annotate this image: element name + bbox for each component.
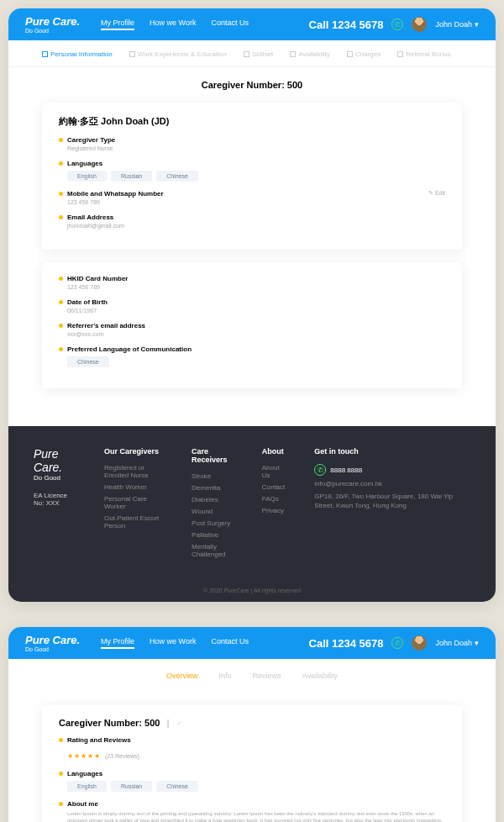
header-left: Pure Care. Do Good My Profile How we Wor…: [25, 15, 249, 34]
nav-contact-us[interactable]: Contact Us: [211, 18, 249, 30]
field-label-text: About me: [67, 800, 98, 808]
tab-availability[interactable]: Availability: [290, 50, 330, 58]
footer-link[interactable]: Diabetes: [192, 496, 233, 503]
nav-my-profile[interactable]: My Profile: [101, 18, 134, 30]
footer-link[interactable]: Privacy: [262, 507, 286, 514]
main-nav: My Profile How we Work Contact Us: [101, 18, 249, 30]
star-rating: ★★★★★: [67, 752, 101, 760]
nav-how-we-work[interactable]: How we Work: [150, 637, 196, 649]
separator: |: [166, 718, 169, 728]
field-hkid: HKID Card Number 123 456 789: [59, 275, 445, 290]
tab-icon: [290, 51, 296, 57]
brand-name: Pure Care.: [34, 447, 75, 474]
user-menu[interactable]: John Doah▾: [435, 639, 479, 647]
avatar[interactable]: [412, 17, 427, 32]
bullet-icon: [59, 772, 63, 776]
footer-link[interactable]: Out-Patient Escort Person: [104, 514, 162, 530]
caregiver-number: Caregiver Number: 500: [59, 718, 160, 728]
field-value-text: jhondoah@gmail.com: [67, 223, 445, 229]
footer-about: About About Us Contact FAQs Privacy: [262, 447, 286, 562]
tab-icon: [397, 51, 403, 57]
nav-how-we-work[interactable]: How we Work: [150, 18, 196, 30]
bullet-icon: [59, 347, 63, 351]
license-text: EA Licence No: XXX: [34, 492, 75, 507]
call-number[interactable]: Call 1234 5678: [309, 637, 384, 650]
header: Pure Care. Do Good My Profile How we Wor…: [8, 8, 496, 40]
tab-icon: [42, 51, 48, 57]
language-chips: English Russian Chinese: [67, 781, 445, 792]
caregiver-header: Caregiver Number: 500 | ♂: [59, 718, 445, 728]
nav-contact-us[interactable]: Contact Us: [211, 637, 249, 649]
chip-pref-chinese[interactable]: Chinese: [67, 356, 109, 367]
copyright: © 2020 PureCare | All rights reserved: [34, 579, 470, 593]
brand-name: Pure Care.: [25, 15, 80, 28]
footer-link[interactable]: Health Worker: [104, 483, 162, 491]
tab-personal-info[interactable]: Personal Information: [42, 50, 113, 58]
header: Pure Care. Do Good My Profile How we Wor…: [8, 627, 496, 659]
chip-chinese[interactable]: Chinese: [156, 171, 198, 182]
footer-heading: About: [262, 447, 286, 456]
about-text: Lorem Ipsum is simply dummy text of the …: [67, 810, 445, 822]
field-mobile: Mobile and Whatsapp Number 123 456 789 ✎…: [59, 190, 445, 205]
chip-russian[interactable]: Russian: [111, 781, 152, 792]
footer-link[interactable]: Post Surgery: [192, 519, 233, 527]
footer: Pure Care.Do Good EA Licence No: XXX Our…: [8, 426, 496, 602]
tab-work-experience[interactable]: Work Experience & Education: [129, 50, 227, 58]
tab-reviews[interactable]: Reviews: [253, 672, 281, 680]
tab-skillset[interactable]: Skillset: [244, 50, 273, 58]
field-pref-lang: Preferred Language of Communication Chin…: [59, 345, 445, 367]
footer-email[interactable]: info@purecare.com.hk: [314, 480, 470, 487]
field-email: Email Address jhondoah@gmail.com: [59, 213, 445, 229]
field-languages: Languages English Russian Chinese: [59, 770, 445, 792]
footer-link[interactable]: About Us: [262, 464, 286, 479]
logo[interactable]: Pure Care. Do Good: [25, 634, 80, 652]
tab-label: Referral Bonus: [406, 50, 450, 58]
tab-label: Charges: [355, 50, 381, 58]
phone-number: 8888 8888: [330, 466, 362, 474]
footer-link[interactable]: Dementia: [192, 484, 233, 492]
whatsapp-icon[interactable]: ✆: [391, 637, 403, 649]
whatsapp-icon[interactable]: ✆: [391, 18, 403, 30]
tab-info[interactable]: Info: [219, 672, 232, 680]
chip-russian[interactable]: Russian: [111, 171, 152, 182]
footer-link[interactable]: Registered or Enrolled Nurse: [104, 464, 162, 479]
field-value-text: 123 456 789: [67, 284, 445, 290]
content: Caregiver Number: 500 | ♂ Rating and Rev…: [8, 693, 496, 822]
page-title: Caregiver Number: 500: [42, 80, 462, 90]
footer-heading: Our Caregivers: [104, 447, 162, 456]
footer-link[interactable]: Palliative: [192, 531, 233, 539]
bullet-icon: [59, 738, 63, 742]
edit-button[interactable]: ✎ Edit: [428, 190, 445, 197]
tab-referral-bonus[interactable]: Referral Bonus: [397, 50, 450, 58]
avatar[interactable]: [412, 635, 427, 651]
bullet-icon: [59, 300, 63, 304]
chip-english[interactable]: English: [67, 171, 107, 182]
tab-availability[interactable]: Availability: [302, 672, 338, 680]
tab-charges[interactable]: Charges: [347, 50, 381, 58]
tab-icon: [244, 51, 249, 57]
footer-link[interactable]: FAQs: [262, 495, 286, 503]
brand-name: Pure Care.: [25, 634, 80, 646]
footer-link[interactable]: Wound: [192, 508, 233, 515]
logo[interactable]: Pure Care. Do Good: [25, 15, 80, 34]
footer-link[interactable]: Contact: [262, 483, 286, 491]
field-label-text: Rating and Reviews: [67, 736, 131, 744]
footer-address: GP18, 26/F, Two Harbour Square, 180 Wai …: [314, 492, 470, 510]
chip-english[interactable]: English: [67, 781, 107, 792]
field-value-text: 06/11/1987: [67, 308, 445, 314]
tab-overview[interactable]: Overview: [166, 672, 198, 680]
main-nav: My Profile How we Work Contact Us: [101, 637, 249, 649]
footer-link[interactable]: Personal Care Worker: [104, 495, 162, 510]
field-value-text: Registered Nurse: [67, 145, 445, 151]
user-menu[interactable]: John Doah▾: [435, 20, 479, 29]
footer-link[interactable]: Mentally Challenged: [192, 543, 233, 558]
footer-link[interactable]: Stroke: [192, 472, 233, 480]
footer-phone[interactable]: ✆8888 8888: [314, 464, 470, 476]
field-about-me: About me Lorem Ipsum is simply dummy tex…: [59, 800, 445, 822]
bullet-icon: [59, 277, 63, 281]
nav-my-profile[interactable]: My Profile: [101, 637, 134, 649]
call-number[interactable]: Call 1234 5678: [309, 18, 384, 31]
card-overview: Caregiver Number: 500 | ♂ Rating and Rev…: [42, 705, 462, 822]
footer-contact: Get in touch ✆8888 8888 info@purecare.co…: [314, 447, 470, 562]
chip-chinese[interactable]: Chinese: [156, 781, 198, 792]
